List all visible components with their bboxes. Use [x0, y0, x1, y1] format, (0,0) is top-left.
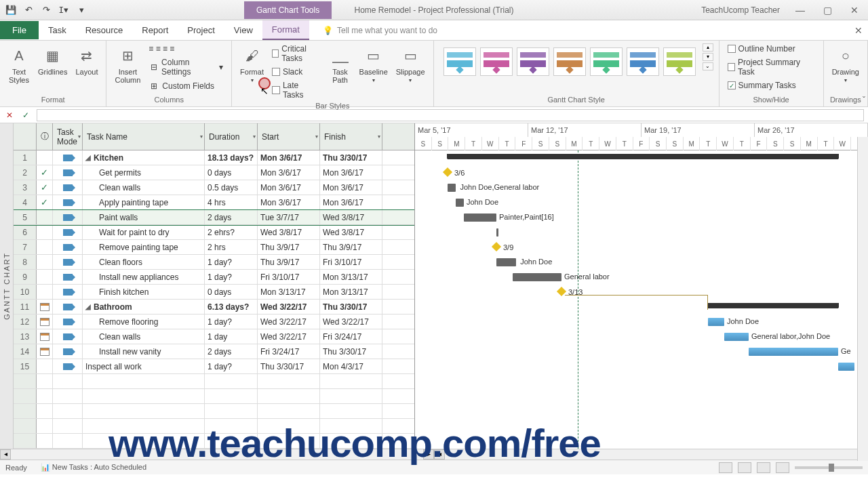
task-bar[interactable]	[448, 184, 456, 192]
redo-icon[interactable]: ↷	[41, 5, 52, 16]
table-row[interactable]	[14, 389, 414, 404]
entry-input[interactable]	[37, 109, 864, 121]
layout-button[interactable]: ⇄Layout	[73, 43, 100, 77]
zoom-slider[interactable]	[795, 466, 863, 469]
grid-hscroll[interactable]: ◂▸	[0, 449, 434, 460]
task-bar[interactable]	[838, 363, 854, 371]
table-row[interactable]: 11 ◢Bathroom 6.13 days? Wed 3/22/17 Thu …	[14, 300, 414, 314]
style-swatch[interactable]	[480, 47, 513, 76]
table-row[interactable]: 2 ✓ Get permits 0 days Mon 3/6/17 Mon 3/…	[14, 165, 414, 180]
baseline-button[interactable]: ▭Baseline▾	[357, 43, 391, 85]
gridlines-button[interactable]: ▦Gridlines	[35, 43, 70, 77]
minimize-button[interactable]: —	[787, 0, 814, 20]
slack-checkbox[interactable]: Slack	[269, 66, 324, 77]
gantt-hscroll[interactable]: ◂▸	[434, 449, 868, 460]
table-row[interactable]: 10 Finish kitchen 0 days Mon 3/13/17 Mon…	[14, 285, 414, 300]
day-header: T	[818, 137, 835, 150]
table-row[interactable]	[14, 404, 414, 419]
late-tasks-checkbox[interactable]: Late Tasks	[269, 80, 324, 100]
gantt-body[interactable]: 3/6John Doe,General laborJohn DoePainter…	[415, 150, 868, 449]
collapse-ribbon-icon[interactable]: ˇ	[863, 96, 865, 105]
milestone[interactable]	[443, 167, 452, 177]
table-row[interactable]: 6 Wait for paint to dry 2 ehrs? Wed 3/8/…	[14, 225, 414, 240]
cancel-entry-icon[interactable]: ✕	[4, 110, 15, 121]
tell-me-search[interactable]: 💡 Tell me what you want to do	[323, 26, 437, 35]
task-bar[interactable]	[513, 273, 561, 281]
table-row[interactable]: 3 ✓ Clean walls 0.5 days Mon 3/6/17 Mon …	[14, 180, 414, 195]
link-icon[interactable]: ⵊ▾	[58, 5, 69, 16]
critical-tasks-checkbox[interactable]: Critical Tasks	[269, 43, 324, 64]
table-row[interactable]: 8 Clean floors 1 day? Thu 3/9/17 Fri 3/1…	[14, 255, 414, 270]
accept-entry-icon[interactable]: ✓	[20, 110, 31, 121]
task-bar[interactable]	[496, 258, 516, 266]
hdr-start[interactable]: Start▾	[258, 123, 320, 150]
tab-report[interactable]: Report	[132, 21, 178, 39]
close-document-button[interactable]: ✕	[854, 25, 863, 36]
table-row[interactable]: 7 Remove painting tape 2 hrs Thu 3/9/17 …	[14, 240, 414, 255]
task-bar[interactable]	[708, 318, 724, 326]
view-btn-3[interactable]	[757, 462, 770, 473]
style-swatch[interactable]	[590, 47, 623, 76]
close-button[interactable]: ✕	[841, 0, 868, 20]
style-swatch[interactable]	[627, 47, 659, 76]
text-styles-button[interactable]: AText Styles	[5, 43, 33, 85]
hdr-task-name[interactable]: Task Name▾	[83, 123, 205, 150]
vertical-scrollbar[interactable]	[857, 137, 868, 461]
task-bar[interactable]	[456, 199, 464, 207]
outline-number-checkbox[interactable]: Outline Number	[725, 43, 818, 54]
view-btn-2[interactable]	[738, 462, 751, 473]
qat-customize-icon[interactable]: ▾	[76, 5, 87, 16]
tab-file[interactable]: File	[0, 21, 39, 39]
summary-tasks-checkbox[interactable]: Summary Tasks	[725, 80, 818, 91]
style-swatch[interactable]	[517, 47, 549, 76]
summary-bar[interactable]	[708, 303, 838, 308]
task-bar[interactable]	[464, 214, 496, 222]
undo-icon[interactable]: ↶	[23, 5, 34, 16]
table-row[interactable]: 5 Paint walls 2 days Tue 3/7/17 Wed 3/8/…	[14, 210, 414, 225]
hdr-finish[interactable]: Finish▾	[320, 123, 382, 150]
gantt-chart: Mar 5, '17Mar 12, '17Mar 19, '17Mar 26, …	[415, 123, 868, 449]
slippage-button[interactable]: ▭Slippage▾	[393, 43, 428, 85]
tab-task[interactable]: Task	[39, 21, 76, 39]
style-swatch[interactable]	[553, 47, 586, 76]
save-icon[interactable]: 💾	[5, 5, 16, 16]
style-swatch[interactable]	[443, 47, 476, 76]
task-bar[interactable]	[724, 333, 749, 341]
custom-fields-button[interactable]: ⊞Custom Fields	[146, 80, 226, 92]
tab-format[interactable]: Format	[262, 20, 309, 40]
hdr-duration[interactable]: Duration▾	[205, 123, 258, 150]
table-row[interactable]: 14 Install new vanity 2 days Fri 3/24/17…	[14, 344, 414, 359]
tab-project[interactable]: Project	[178, 21, 224, 39]
summary-bar[interactable]	[448, 154, 838, 159]
insert-column-button[interactable]: ⊞Insert Column	[112, 43, 143, 85]
collapse-icon[interactable]: ◢	[85, 303, 91, 310]
maximize-button[interactable]: ▢	[814, 0, 841, 20]
table-row[interactable]	[14, 374, 414, 389]
view-btn-4[interactable]	[776, 462, 789, 473]
view-btn-1[interactable]	[719, 462, 732, 473]
table-row[interactable]	[14, 419, 414, 434]
collapse-icon[interactable]: ◢	[85, 154, 91, 161]
table-row[interactable]: 4 ✓ Apply painting tape 4 hrs Mon 3/6/17…	[14, 195, 414, 210]
table-row[interactable]: 12 Remove flooring 1 day? Wed 3/22/17 We…	[14, 314, 414, 329]
table-row[interactable]: 9 Install new appliances 1 day? Fri 3/10…	[14, 270, 414, 285]
drawing-button[interactable]: ○Drawing▾	[829, 43, 862, 85]
task-bar[interactable]	[496, 228, 498, 237]
table-row[interactable]: 15 Inspect all work 1 day? Thu 3/30/17 M…	[14, 359, 414, 374]
align-buttons[interactable]: ≡ ≡ ≡ ≡	[146, 43, 226, 54]
hdr-indicators[interactable]: ⓘ	[37, 123, 53, 150]
hdr-rownum[interactable]	[14, 123, 37, 150]
table-row[interactable]: 13 Clean walls 1 day Wed 3/22/17 Fri 3/2…	[14, 329, 414, 344]
tab-resource[interactable]: Resource	[76, 21, 133, 39]
milestone[interactable]	[492, 242, 501, 251]
style-swatch[interactable]	[663, 47, 696, 76]
column-settings-button[interactable]: ⊟Column Settings▾	[146, 57, 226, 77]
hdr-task-mode[interactable]: Task Mode▾	[53, 123, 83, 150]
tab-view[interactable]: View	[224, 21, 262, 39]
table-row[interactable]: 1 ◢Kitchen 18.13 days? Mon 3/6/17 Thu 3/…	[14, 150, 414, 165]
task-bar[interactable]	[749, 348, 838, 356]
project-summary-checkbox[interactable]: Project Summary Task	[725, 57, 818, 77]
table-row[interactable]	[14, 434, 414, 449]
task-path-button[interactable]: ⎯⎯Task Path	[327, 43, 354, 85]
style-gallery-nav[interactable]: ▴▾⌄	[703, 43, 713, 70]
